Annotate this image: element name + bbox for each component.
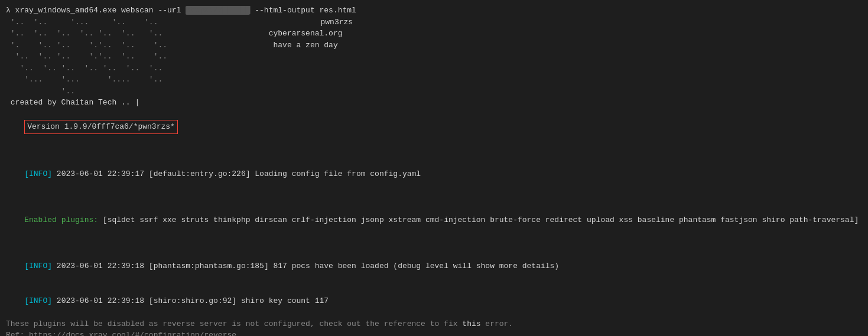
info-label-3: [INFO] bbox=[24, 296, 52, 305]
ascii-line-2: '.. '.. '.. '.. '.. '.. '.. cyberarsenal… bbox=[6, 28, 862, 40]
enabled-plugins-line: Enabled plugins: [sqldet ssrf xxe struts… bbox=[6, 203, 862, 238]
ascii-line-5: '.. '.. '.. '.. '.. '.. '.. bbox=[6, 63, 862, 74]
terminal-window: λ xray_windows_amd64.exe webscan --url h… bbox=[0, 0, 868, 336]
info-label-2: [INFO] bbox=[24, 262, 52, 270]
blank-3 bbox=[6, 237, 862, 249]
ascii-right-3: have a zen day bbox=[273, 41, 337, 50]
version-line: Version 1.9.9/0fff7ca6/*pwn3rzs* bbox=[6, 109, 862, 146]
ascii-line-7: '.. bbox=[6, 86, 862, 97]
info-text-3: 2023-06-01 22:39:18 [shiro:shiro.go:92] … bbox=[52, 296, 329, 305]
ascii-art-block: '.. '.. '... '.. '.. pwn3rzs '.. '.. '..… bbox=[6, 17, 862, 97]
command-line: λ xray_windows_amd64.exe webscan --url h… bbox=[6, 5, 862, 17]
ascii-right-1: pwn3rzs bbox=[320, 18, 353, 27]
info-line-2: [INFO] 2023-06-01 22:39:18 [phantasm:pha… bbox=[6, 249, 862, 284]
enabled-plugins-value: [sqldet ssrf xxe struts thinkphp dirscan… bbox=[103, 216, 859, 224]
ascii-line-1: '.. '.. '... '.. '.. pwn3rzs bbox=[6, 17, 862, 28]
ascii-line-6: '... '... '.... '.. bbox=[6, 74, 862, 86]
info-text-1: 2023-06-01 22:39:17 [default:entry.go:22… bbox=[52, 169, 421, 178]
enabled-label: Enabled plugins: bbox=[24, 216, 103, 224]
info-label-1: [INFO] bbox=[24, 169, 52, 178]
blank-1 bbox=[6, 145, 862, 157]
created-by-line: created by Chaitan Tech .. | bbox=[6, 97, 862, 109]
info-text-2: 2023-06-01 22:39:18 [phantasm:phantasm.g… bbox=[52, 262, 559, 270]
version-badge: Version 1.9.9/0fff7ca6/*pwn3rzs* bbox=[24, 120, 178, 134]
ascii-line-3: '. '.. '.. '.'.. '.. '.. have a zen day bbox=[6, 40, 862, 51]
ascii-line-4: '.. '.. '.. '.'.. '.. '.. bbox=[6, 51, 862, 63]
info-line-3: [INFO] 2023-06-01 22:39:18 [shiro:shiro.… bbox=[6, 283, 862, 318]
blank-2 bbox=[6, 191, 862, 203]
ascii-right-2: cyberarsenal.org bbox=[269, 29, 343, 38]
warning-line-1: These plugins will be disabled as revers… bbox=[6, 318, 862, 330]
info-line-1: [INFO] 2023-06-01 22:39:17 [default:entr… bbox=[6, 157, 862, 192]
warning-line-2: Ref: https://docs.xray.cool/#/configrati… bbox=[6, 330, 862, 336]
